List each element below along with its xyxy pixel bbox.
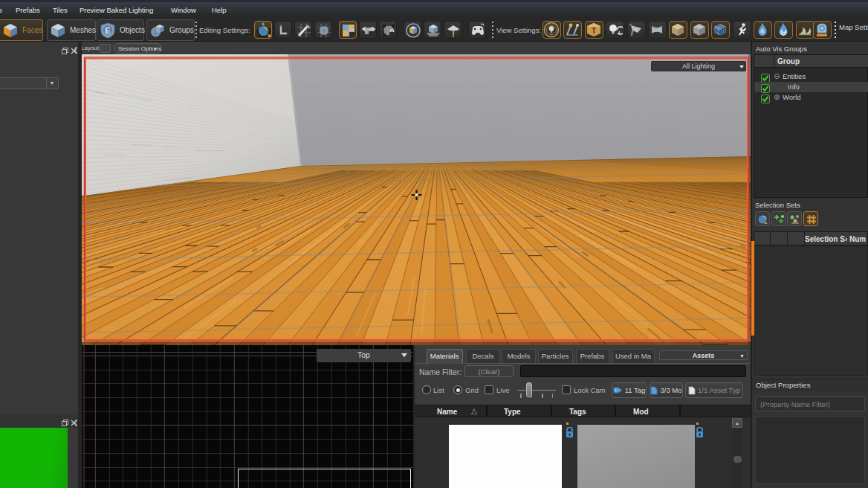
svg-text:T: T	[592, 27, 596, 35]
svg-text:E: E	[105, 25, 110, 34]
